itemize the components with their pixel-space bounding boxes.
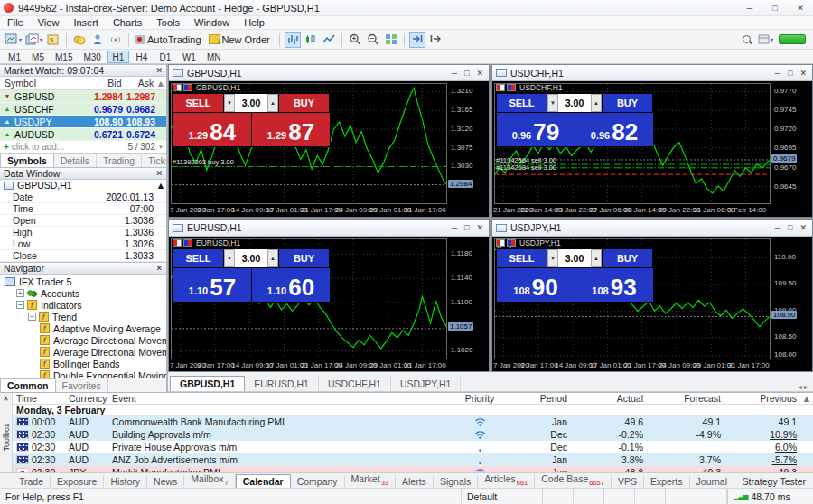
timeframe-button-m15[interactable]: M15 [51, 51, 77, 63]
market-watch-row-usdchf[interactable]: ▲USDCHF0.96790.9682 [0, 103, 166, 116]
calendar-event-row[interactable]: 02:30JPYMarkit Manufacturing PMIJan48.84… [13, 466, 813, 472]
close-icon[interactable]: ✕ [476, 223, 483, 232]
sell-price-panel[interactable]: 10890 [497, 268, 575, 302]
sell-button[interactable]: SELL [173, 94, 223, 112]
calendar-event-row[interactable]: 02:30AUDANZ Job Advertisements m/mJan3.8… [13, 453, 813, 466]
toolbox-tab-journal[interactable]: Journal [690, 475, 734, 488]
depth-of-market-icon[interactable] [496, 84, 505, 91]
toolbox-tab-code-base[interactable]: Code Base6657 [535, 472, 612, 488]
close-icon[interactable]: ✕ [155, 66, 163, 75]
timeframe-button-d1[interactable]: D1 [154, 51, 176, 63]
navigator-item[interactable]: −ƒIndicators [0, 299, 166, 311]
market-watch-row-audusd[interactable]: ▲AUDUSD0.67210.6724 [0, 128, 166, 141]
toolbox-tab-alerts[interactable]: Alerts [396, 475, 434, 488]
navigator-item[interactable]: −ƒTrend [0, 311, 166, 322]
chart-window-titlebar[interactable]: USDJPY,H1─□✕ [492, 220, 812, 237]
chart-tab-gbpusd[interactable]: GBPUSD,H1 [170, 376, 245, 391]
auto-scroll-icon[interactable] [409, 32, 425, 48]
toolbox-tab-signals[interactable]: Signals [434, 475, 478, 488]
buy-price-panel[interactable]: 1.1060 [252, 268, 330, 302]
menu-item-window[interactable]: Window [187, 16, 237, 30]
maximize-icon[interactable]: □ [464, 223, 469, 232]
toolbox-tab-mailbox[interactable]: Mailbox7 [184, 472, 235, 488]
menu-item-insert[interactable]: Insert [66, 16, 106, 30]
chart-shift-icon[interactable] [427, 32, 444, 48]
navigator-item[interactable]: ƒAverage Directional Movement [0, 334, 166, 346]
tab-common[interactable]: Common [0, 378, 56, 392]
volume-stepper[interactable]: ▼3.00▲ [547, 94, 602, 112]
timeframe-button-m30[interactable]: M30 [79, 51, 105, 63]
timeframe-button-m1[interactable]: M1 [4, 51, 25, 63]
chart-window-titlebar[interactable]: USDCHF,H1─□✕ [492, 65, 812, 81]
menu-item-help[interactable]: Help [237, 16, 272, 30]
toolbox-tab-calendar[interactable]: Calendar [236, 474, 291, 488]
navigator-item[interactable]: ƒAverage Directional Movement [0, 346, 166, 358]
toolbox-tab-vps[interactable]: VPS [612, 475, 644, 488]
sell-button[interactable]: SELL [497, 249, 547, 267]
one-click-trading-icon[interactable] [507, 84, 516, 91]
minimize-icon[interactable]: ─ [452, 223, 457, 232]
toolbox-tab-experts[interactable]: Experts [644, 475, 690, 488]
toolbox-tab-articles[interactable]: Articles661 [478, 472, 535, 488]
close-icon[interactable]: ✕ [155, 264, 163, 273]
chart-window-titlebar[interactable]: EURUSD,H1─□✕ [169, 220, 489, 237]
timeframe-button-h1[interactable]: H1 [107, 51, 129, 63]
minimize-icon[interactable]: ─ [775, 69, 780, 78]
volume-stepper[interactable]: ▼3.00▲ [224, 94, 278, 112]
close-icon[interactable]: ✕ [788, 0, 813, 15]
calendar-event-row[interactable]: 00:00AUDCommonwealth Bank Manufacturing … [13, 415, 813, 428]
navigator-item[interactable]: IFX Trader 5 [0, 275, 166, 287]
depth-of-market-icon[interactable] [173, 239, 182, 247]
sell-button[interactable]: SELL [173, 249, 223, 267]
volume-increase-icon[interactable]: ▲ [267, 94, 278, 112]
chart-tab-usdjpy[interactable]: USDJPY,H1 [391, 377, 461, 391]
volume-stepper[interactable]: ▼3.00▲ [547, 249, 602, 267]
buy-price-panel[interactable]: 10893 [575, 268, 653, 302]
navigator-item[interactable]: ƒAdaptive Moving Average [0, 322, 166, 334]
timeframe-button-h4[interactable]: H4 [131, 51, 153, 63]
status-profile[interactable]: Default [462, 489, 543, 504]
one-click-trading-icon[interactable] [507, 239, 516, 247]
volume-increase-icon[interactable]: ▲ [267, 249, 278, 267]
calendar-event-row[interactable]: 02:30AUDBuilding Approvals m/mDec-0.2%-4… [13, 428, 813, 441]
toolbox-tab-market[interactable]: Market33 [345, 472, 396, 488]
minimize-icon[interactable]: ─ [452, 69, 457, 78]
toolbox-tab-exposure[interactable]: Exposure [51, 475, 104, 488]
maximize-icon[interactable]: □ [788, 69, 792, 78]
buy-price-panel[interactable]: 1.2987 [252, 113, 330, 146]
close-icon[interactable]: ✕ [476, 69, 483, 78]
zoom-in-icon[interactable] [347, 32, 363, 48]
depth-of-market-icon[interactable] [496, 239, 505, 247]
timeframe-button-w1[interactable]: W1 [178, 51, 201, 63]
navigator-item[interactable]: ƒDouble Exponential Moving Av [0, 369, 166, 378]
tab-trading[interactable]: Trading [97, 154, 142, 167]
timeframe-button-m5[interactable]: M5 [27, 51, 49, 63]
column-symbol[interactable]: Symbol [0, 78, 79, 89]
maximize-icon[interactable]: □ [464, 69, 469, 78]
collapse-icon[interactable]: − [16, 301, 24, 309]
market-watch-icon[interactable]: $ [45, 32, 61, 48]
volume-decrease-icon[interactable]: ▼ [224, 94, 235, 112]
volume-decrease-icon[interactable]: ▼ [547, 94, 558, 112]
signals-icon[interactable] [107, 32, 124, 48]
scroll-down-icon[interactable]: ▼ [155, 145, 166, 150]
collapse-icon[interactable]: − [28, 313, 36, 321]
menu-item-tools[interactable]: Tools [149, 16, 187, 30]
market-watch-add-row[interactable]: + click to add... 5 / 302 ▼ [0, 141, 166, 153]
minimize-icon[interactable]: ─ [737, 0, 762, 15]
column-bid[interactable]: Bid [79, 78, 121, 89]
sell-price-panel[interactable]: 0.9679 [497, 113, 575, 146]
scroll-up-icon[interactable]: ▲ [155, 78, 166, 89]
navigator-item[interactable]: ƒBollinger Bands [0, 358, 166, 369]
search-icon[interactable] [739, 32, 755, 48]
sell-price-panel[interactable]: 1.2984 [173, 113, 251, 146]
buy-price-panel[interactable]: 0.9682 [575, 113, 653, 146]
deposit-icon[interactable] [71, 32, 88, 48]
close-icon[interactable]: ✕ [799, 223, 807, 232]
toolbox-tab-company[interactable]: Company [291, 475, 345, 488]
volume-decrease-icon[interactable]: ▼ [224, 249, 235, 267]
toolbox-tab-trade[interactable]: Trade [13, 475, 51, 488]
toolbox-tab-history[interactable]: History [104, 475, 147, 488]
tab-symbols[interactable]: Symbols [0, 154, 54, 167]
volume-stepper[interactable]: ▼3.00▲ [224, 249, 278, 267]
